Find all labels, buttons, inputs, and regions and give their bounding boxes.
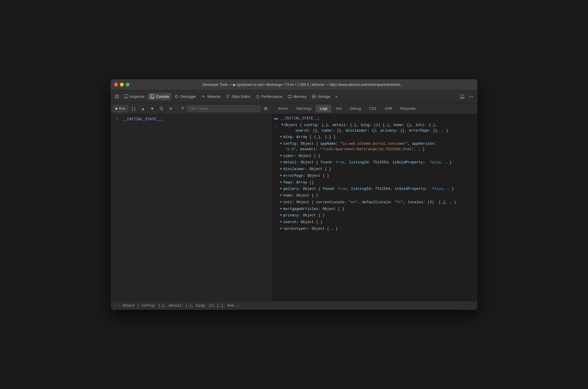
- expand-triangle[interactable]: ▼: [281, 123, 283, 127]
- memory-tab[interactable]: Memory: [285, 93, 309, 100]
- storage-icon: [312, 94, 316, 99]
- console-entry-object: ← ▼ Object { config: {…}, detail: {…}, b…: [272, 122, 477, 134]
- svg-rect-2: [150, 95, 154, 98]
- svg-rect-9: [461, 97, 464, 98]
- close-button[interactable]: [114, 83, 118, 86]
- code-editor[interactable]: 1 __INITIAL_STATE__;: [111, 114, 272, 301]
- console-entry-config: ▶ config: Object { appName: "lu.web.atho…: [272, 141, 477, 153]
- search-button[interactable]: [158, 105, 165, 112]
- svg-point-14: [265, 108, 267, 109]
- ellipsis-icon: [469, 94, 473, 99]
- style-icon: [226, 94, 230, 99]
- console-entry-errorpage: ▶ errorPage: Object { }: [272, 173, 477, 179]
- console-tabs: Errors Warnings Logs Info Debug CSS XHR …: [272, 103, 477, 114]
- tab-errors[interactable]: Errors: [274, 105, 292, 112]
- search-icon: [160, 107, 164, 111]
- inspector-tab[interactable]: Inspector: [122, 93, 147, 100]
- console-entry-prototype: ▶ <prototype>: Object { … }: [272, 226, 477, 232]
- dock-button[interactable]: [458, 93, 466, 100]
- console-entry-home: ▶ home: Object { }: [272, 192, 477, 199]
- expand-privacy[interactable]: ▶: [280, 213, 282, 217]
- network-tab[interactable]: Network: [199, 93, 223, 100]
- dock-icon: [460, 94, 465, 99]
- network-icon: [201, 94, 206, 99]
- console-entry-search: ▶ search: Object { }: [272, 219, 477, 226]
- status-bar: ← ← Object { config: {…}, detail: {…}, b…: [111, 301, 477, 310]
- tab-xhr[interactable]: XHR: [381, 105, 396, 112]
- expand-intl[interactable]: ▶: [280, 200, 282, 204]
- tab-requests[interactable]: Requests: [396, 105, 419, 112]
- expand-prototype[interactable]: ▶: [280, 226, 282, 231]
- console-entry-privacy: ▶ privacy: Object { }: [272, 212, 477, 219]
- run-button[interactable]: ▶ Run: [113, 105, 128, 112]
- performance-icon: [256, 94, 260, 99]
- svg-rect-6: [312, 95, 316, 96]
- expand-config[interactable]: ▶: [280, 141, 282, 146]
- code-line: 1 __INITIAL_STATE__;: [111, 116, 272, 122]
- expand-home[interactable]: ▶: [280, 193, 282, 197]
- pick-icon: [115, 94, 119, 99]
- performance-tab[interactable]: Performance: [253, 93, 285, 100]
- editor-panel: ▶ Run { } ▲ ▼ ✕: [111, 103, 272, 301]
- status-text: ← Object { config: {…}, detail: {…}, blo…: [118, 304, 240, 308]
- clear-button[interactable]: ✕: [167, 105, 175, 112]
- tab-debug[interactable]: Debug: [346, 105, 364, 112]
- traffic-lights: [114, 83, 130, 86]
- expand-detail[interactable]: ▶: [280, 160, 282, 164]
- expand-faqs[interactable]: ▶: [280, 180, 282, 184]
- console-entry-input: ▶▶ __INITIAL_STATE__;: [272, 115, 477, 122]
- svg-point-11: [471, 96, 472, 97]
- console-settings-button[interactable]: [262, 105, 270, 112]
- style-editor-tab[interactable]: Style Editor: [224, 93, 253, 100]
- expand-disclaimer[interactable]: ▶: [280, 167, 282, 171]
- storage-tab[interactable]: Storage: [309, 93, 333, 100]
- filter-icon: [181, 107, 185, 111]
- minimize-button[interactable]: [120, 83, 124, 86]
- console-entry-intl: ▶ intl: Object { currentLocale: "en", de…: [272, 199, 477, 206]
- history-forward-button[interactable]: ▼: [148, 105, 156, 112]
- run-icon: ▶: [116, 107, 118, 110]
- curly-braces-button[interactable]: { }: [130, 105, 137, 112]
- filter-output-input[interactable]: [187, 105, 260, 112]
- expand-gallery[interactable]: ▶: [280, 186, 282, 191]
- more-tabs-button[interactable]: »: [333, 93, 340, 100]
- history-back-button[interactable]: ▲: [139, 105, 147, 112]
- pick-element-button[interactable]: [113, 93, 121, 100]
- devtools-window: Developer Tools — ▶ Apartment to rent • …: [111, 79, 477, 310]
- svg-rect-7: [312, 97, 316, 98]
- debugger-icon: [174, 94, 179, 99]
- svg-rect-1: [124, 95, 128, 98]
- tab-css[interactable]: CSS: [365, 105, 380, 112]
- expand-errorpage[interactable]: ▶: [280, 173, 282, 178]
- svg-point-10: [469, 96, 470, 97]
- maximize-button[interactable]: [126, 83, 130, 86]
- console-entry-disclaimer: ▶ disclaimer: Object { }: [272, 166, 477, 173]
- status-arrow: ←: [114, 304, 116, 307]
- console-entry-gallery: ▶ gallery: Object { found: true, listing…: [272, 186, 477, 192]
- console-panel: Errors Warnings Logs Info Debug CSS XHR …: [272, 103, 477, 301]
- expand-blog[interactable]: ▶: [280, 135, 282, 139]
- separator: [178, 105, 178, 112]
- left-arrow: ←: [274, 123, 280, 128]
- title-bar: Developer Tools — ▶ Apartment to rent • …: [111, 79, 477, 90]
- expand-mortgage[interactable]: ▶: [280, 206, 282, 211]
- options-button[interactable]: [467, 93, 475, 100]
- gear-icon: [264, 107, 268, 111]
- console-entry-blog: ▶ blog: Array [ {…}, {…} ]: [272, 134, 477, 141]
- tab-info[interactable]: Info: [332, 105, 346, 112]
- console-output: ▶▶ __INITIAL_STATE__; ← ▼ Object { confi…: [272, 114, 477, 301]
- console-entry-detail: ▶ detail: Object { found: true, listingI…: [272, 159, 477, 166]
- console-entry-mortgagearticles: ▶ mortgageArticles: Object { }: [272, 206, 477, 213]
- expand-search[interactable]: ▶: [280, 220, 282, 224]
- editor-toolbar: ▶ Run { } ▲ ▼ ✕: [111, 103, 272, 114]
- memory-icon: [288, 94, 292, 99]
- tab-warnings[interactable]: Warnings: [293, 105, 315, 112]
- debugger-tab[interactable]: Debugger: [172, 93, 199, 100]
- expand-cyber[interactable]: ▶: [280, 153, 282, 158]
- more-tabs-icon: »: [335, 95, 337, 99]
- console-tab[interactable]: Console: [148, 93, 171, 100]
- inspector-icon: [124, 94, 128, 99]
- main-area: ▶ Run { } ▲ ▼ ✕: [111, 103, 477, 301]
- devtools-toolbar: Inspector Console Debugger Network: [111, 90, 477, 103]
- tab-logs[interactable]: Logs: [316, 105, 331, 112]
